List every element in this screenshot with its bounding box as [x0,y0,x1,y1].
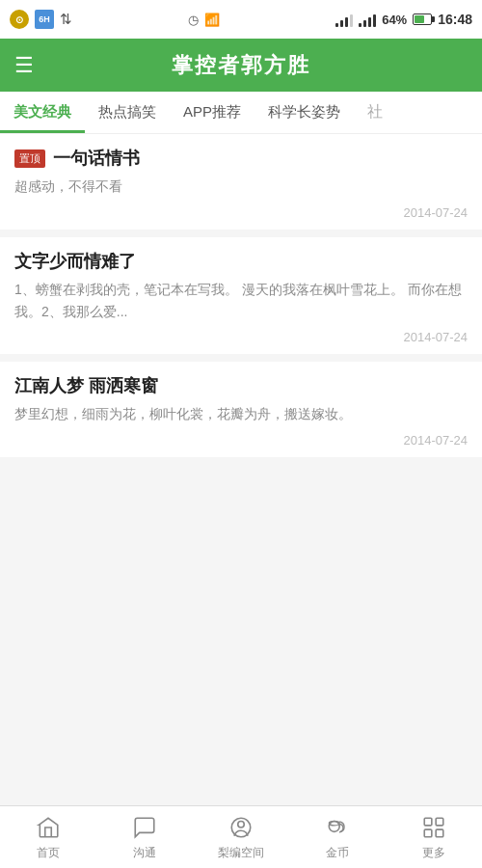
coins-icon [323,814,352,841]
user-circle-svg [228,815,254,840]
article-card-2[interactable]: 文字少而情难了 1、螃蟹在剥我的壳，笔记本在写我。 漫天的我落在枫叶雪花上。 而… [0,237,482,354]
nav-more[interactable]: 更多 [386,814,482,861]
pinned-badge: 置顶 [14,149,45,168]
article-title-row-1: 置顶 一句话情书 [14,148,468,170]
nav-more-label: 更多 [422,845,445,861]
nav-home[interactable]: 首页 [0,814,96,861]
circle-icon-1: ⊙ [10,10,29,29]
article-excerpt-3: 梦里幻想，细雨为花，柳叶化裳，花瓣为舟，搬送嫁妆。 [14,403,468,424]
nav-libian-label: 梨编空间 [218,845,264,861]
article-date-1: 2014-07-24 [14,205,468,220]
user-circle-icon [227,814,255,841]
signal-bars-1 [335,12,353,27]
article-card-3[interactable]: 江南人梦 雨洒寒窗 梦里幻想，细雨为花，柳叶化裳，花瓣为舟，搬送嫁妆。 2014… [0,362,482,457]
bar2b [363,20,366,27]
battery-fill [415,15,424,23]
tab-bar: 美文经典 热点搞笑 APP推荐 科学长姿势 社 [0,92,482,134]
status-bar: ⊙ 6H ⇅ ◷ 📶 64% 16:48 [0,0,482,39]
svg-point-1 [238,821,245,827]
battery-icon [413,14,432,25]
chat-svg [132,815,157,840]
6h-icon: 6H [35,10,54,29]
svg-rect-6 [424,829,432,837]
bar3b [368,17,371,27]
article-excerpt-2: 1、螃蟹在剥我的壳，笔记本在写我。 漫天的我落在枫叶雪花上。 而你在想我。2、我… [14,279,468,322]
tab-more[interactable]: 社 [354,92,396,133]
bottom-nav: 首页 沟通 梨编空间 金币 [0,805,482,868]
bar2 [340,20,343,27]
article-title-row-2: 文字少而情难了 [14,251,468,273]
signal-group-2 [359,12,376,27]
article-date-2: 2014-07-24 [14,330,468,344]
status-left-icons: ⊙ 6H ⇅ [10,10,72,29]
time-display: 16:48 [438,12,472,27]
home-svg [36,815,61,840]
nav-chat-label: 沟通 [133,845,156,861]
signal-bars-2 [359,12,376,27]
menu-button[interactable]: ☰ [14,55,34,76]
article-title-row-3: 江南人梦 雨洒寒窗 [14,375,468,397]
tab-rediangsaoxiao[interactable]: 热点搞笑 [85,92,170,133]
content-area: 置顶 一句话情书 超感动，不得不看 2014-07-24 文字少而情难了 1、螃… [0,134,482,805]
svg-rect-7 [436,829,443,837]
status-right: 64% 16:48 [335,12,472,27]
battery-percent: 64% [382,13,407,27]
nav-coins-label: 金币 [326,845,349,861]
tab-meiwenjingdian[interactable]: 美文经典 [0,92,85,133]
coins-svg [325,815,350,840]
nav-coins[interactable]: 金币 [289,814,386,861]
svg-point-2 [329,821,339,831]
clock-icon: ◷ [188,13,199,27]
article-title-3: 江南人梦 雨洒寒窗 [14,375,158,397]
tab-apptuijian[interactable]: APP推荐 [170,92,254,133]
tab-kexue[interactable]: 科学长姿势 [254,92,354,133]
nav-libian[interactable]: 梨编空间 [193,814,289,861]
header-title: 掌控者郭方胜 [172,51,310,80]
usb-icon: ⇅ [60,11,72,28]
bar1b [359,23,362,27]
header: ☰ 掌控者郭方胜 [0,39,482,92]
grid-icon [419,814,448,841]
chat-icon [130,814,159,841]
article-title-2: 文字少而情难了 [14,251,136,273]
bar4b [373,14,376,27]
svg-rect-5 [436,818,443,826]
svg-rect-4 [424,818,432,826]
bar3 [345,17,348,27]
nav-home-label: 首页 [37,845,60,861]
grid-svg [421,815,446,840]
wifi-icon: 📶 [204,13,220,27]
status-center: ◷ 📶 [188,13,220,27]
article-excerpt-1: 超感动，不得不看 [14,176,468,197]
article-title-1: 一句话情书 [53,148,140,170]
signal-group-1 [335,12,353,27]
article-date-3: 2014-07-24 [14,433,468,448]
bar1 [335,23,338,27]
home-icon [34,814,63,841]
article-card-1[interactable]: 置顶 一句话情书 超感动，不得不看 2014-07-24 [0,134,482,230]
nav-chat[interactable]: 沟通 [96,814,193,861]
bar4 [350,14,353,27]
